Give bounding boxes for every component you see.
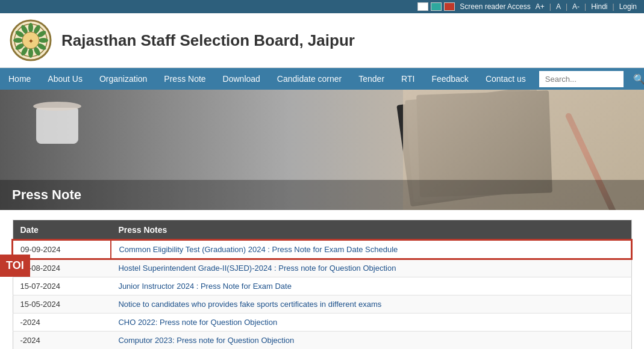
site-logo: ✦ [10, 19, 52, 61]
svg-text:✦: ✦ [28, 38, 34, 45]
table-row[interactable]: -2024CHO 2022: Press note for Question O… [13, 313, 631, 332]
toi-advertisement-badge: TOI [0, 255, 30, 277]
login-link[interactable]: Login [619, 2, 637, 11]
white-theme-button[interactable] [417, 2, 428, 11]
table-row[interactable]: 14-08-2024Hostel Superintendent Grade-II… [13, 259, 631, 277]
nav-rti[interactable]: RTI [393, 68, 423, 90]
col-notes-header: Press Notes [111, 220, 631, 241]
search-button[interactable]: 🔍 [628, 71, 644, 87]
press-date: 15-07-2024 [13, 277, 111, 295]
svg-point-13 [28, 48, 33, 58]
hindi-link[interactable]: Hindi [591, 2, 607, 11]
main-navbar: Home About Us Organization Press Note Do… [0, 68, 644, 90]
top-bar: Screen reader Access A+ | A | A- | Hindi… [0, 0, 644, 13]
nav-organization[interactable]: Organization [91, 68, 155, 90]
nav-candidate[interactable]: Candidate corner [269, 68, 350, 90]
nav-tender[interactable]: Tender [350, 68, 393, 90]
nav-feedback[interactable]: Feedback [423, 68, 477, 90]
navbar-items: Home About Us Organization Press Note Do… [0, 68, 534, 90]
site-title: Rajasthan Staff Selection Board, Jaipur [61, 31, 355, 50]
top-bar-links: A+ | A | A- | Hindi | Login [536, 2, 637, 11]
press-note-text[interactable]: Notice to candidates who provides fake s… [111, 295, 631, 313]
press-date: 15-05-2024 [13, 295, 111, 313]
hero-title: Press Note [0, 180, 644, 210]
press-note-text[interactable]: Common Eligibility Test (Graduation) 202… [111, 240, 631, 259]
press-date: -2024 [13, 313, 111, 332]
nav-home[interactable]: Home [0, 68, 39, 90]
screen-reader-label: Screen reader Access [460, 2, 530, 11]
hero-section: Press Note [0, 90, 644, 210]
table-row[interactable]: 15-05-2024Notice to candidates who provi… [13, 295, 631, 313]
teal-theme-button[interactable] [431, 2, 442, 11]
accessibility-colors [417, 2, 455, 11]
table-row[interactable]: 09-09-2024Common Eligibility Test (Gradu… [13, 240, 631, 259]
press-date: -2024 [13, 332, 111, 350]
svg-point-7 [39, 38, 48, 43]
press-note-text[interactable]: Computor 2023: Press note for Question O… [111, 332, 631, 350]
col-date-header: Date [13, 220, 111, 241]
svg-point-2 [28, 23, 33, 32]
nav-press-note[interactable]: Press Note [155, 68, 214, 90]
press-notes-table: Date Press Notes 09-09-2024Common Eligib… [12, 220, 632, 349]
table-row[interactable]: 15-07-2024Junior Instructor 2024 : Press… [13, 277, 631, 295]
font-aminus-link[interactable]: A- [572, 2, 580, 11]
table-row[interactable]: -2024Computor 2023: Press note for Quest… [13, 332, 631, 350]
press-note-text[interactable]: Hostel Superintendent Grade-II(SJED)-202… [111, 259, 631, 277]
site-header: ✦ Rajasthan Staff Selection Board, Jaipu… [0, 13, 644, 68]
nav-download[interactable]: Download [214, 68, 269, 90]
nav-about[interactable]: About Us [39, 68, 91, 90]
red-theme-button[interactable] [444, 2, 455, 11]
font-a-link[interactable]: A [556, 2, 561, 11]
nav-contact[interactable]: Contact us [477, 68, 534, 90]
press-note-text[interactable]: CHO 2022: Press note for Question Object… [111, 313, 631, 332]
press-note-text[interactable]: Junior Instructor 2024 : Press Note for … [111, 277, 631, 295]
search-input[interactable] [539, 71, 624, 87]
content-area: Date Press Notes 09-09-2024Common Eligib… [0, 210, 644, 349]
font-aplus-link[interactable]: A+ [536, 2, 545, 11]
svg-point-8 [13, 38, 23, 43]
